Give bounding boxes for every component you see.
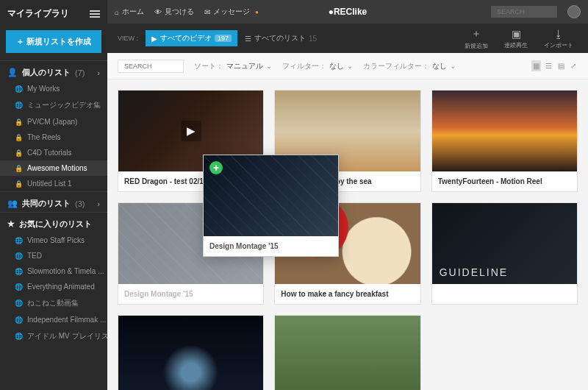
sidebar-section-personal[interactable]: 👤 個人のリスト (7) › [0,60,107,81]
globe-icon: 🌐 [15,268,23,275]
lock-icon: 🔒 [15,149,23,157]
sidebar-section-shared[interactable]: 👥 共同のリスト (3) › [0,191,107,212]
lock-icon: 🔒 [15,118,23,126]
notification-dot-icon: ● [255,9,259,15]
continuous-play-button[interactable]: ▣連続再生 [500,28,532,49]
play-overlay-icon[interactable]: ▶ [181,121,201,141]
sidebar-item[interactable]: 🌐Slowmotion & Timela ... [0,263,107,279]
view-all-videos[interactable]: ▶ すべてのビデオ 197 [146,30,237,46]
sidebar-item[interactable]: 🌐TED [0,248,107,263]
add-badge-icon: + [209,161,223,174]
add-button[interactable]: ＋新規追加 [460,27,492,50]
grid-view-icon[interactable]: ▦ [531,60,541,71]
home-icon: ⌂ [115,8,119,16]
sidebar-item[interactable]: 🌐Independent Filmmak ... [0,312,107,327]
grid-search-input[interactable] [118,60,184,73]
sidebar-item[interactable]: 🌐アイドル MV プレイリスト [0,327,107,345]
app-title: ●REClike [329,7,368,17]
color-filter-dropdown[interactable]: カラーフィルター： なし ⌄ [363,61,456,71]
topbar: ⌂ホーム 👁見つける ✉メッセージ● ●REClike [107,0,588,24]
sidebar-title: マイライブラリ [7,7,69,20]
drag-preview-card[interactable]: ↖ + Design Montage '15 [203,155,339,257]
sidebar-section-favorites[interactable]: ★ お気に入りのリスト [0,212,107,233]
sidebar-item[interactable]: 🔒PV/CM (Japan) [0,114,107,130]
sort-dropdown[interactable]: ソート： マニュアル ⌄ [194,61,272,71]
globe-icon: 🌐 [15,237,23,244]
sidebar: マイライブラリ ＋ 新規リストを作成 👤 個人のリスト (7) › 🌐My Wo… [0,0,107,390]
sidebar-item[interactable]: 🌐Everything Animated [0,279,107,294]
globe-icon: 🌐 [15,283,23,291]
expand-icon[interactable]: ⤢ [569,60,578,71]
sidebar-item[interactable]: 🔒C4D Tutorials [0,145,107,160]
compact-view-icon[interactable]: ▤ [556,60,566,71]
view-toggle: ▦ ☰ ▤ ⤢ [531,60,578,71]
nav-messages[interactable]: ✉メッセージ● [204,7,259,17]
video-thumb [275,316,420,390]
list-icon: ☰ [245,35,251,43]
video-card[interactable] [431,202,578,305]
hamburger-icon[interactable] [90,10,100,18]
nav-discover[interactable]: 👁見つける [154,7,194,17]
sidebar-item[interactable]: 🌐ねこねこ動画集 [0,294,107,312]
new-list-button[interactable]: ＋ 新規リストを作成 [6,30,101,53]
video-card[interactable] [118,315,264,390]
globe-icon: 🌐 [15,316,23,324]
mail-icon: ✉ [204,8,210,16]
chevron-down-icon: ⌄ [450,62,456,70]
globe-icon: 🌐 [15,252,23,260]
import-button[interactable]: ⭳インポート [539,28,578,49]
chevron-down-icon: ⌄ [347,62,353,70]
video-card[interactable] [274,315,420,390]
video-thumb [118,316,263,390]
globe-icon: 🌐 [15,85,23,93]
video-grid: ▶ RED Dragon - test 02/18 Cat in the tow… [118,90,578,390]
plus-icon: ＋ [471,27,481,40]
globe-icon: 🌐 [15,102,23,109]
download-icon: ⭳ [553,28,564,40]
viewbar: VIEW : ▶ すべてのビデオ 197 ☰ すべてのリスト 15 ＋新規追加 … [107,24,588,53]
filter-dropdown[interactable]: フィルター： なし ⌄ [282,61,353,71]
avatar[interactable] [567,5,581,18]
chevron-down-icon: ⌄ [266,62,272,70]
video-title: Design Montage '15 [118,284,263,304]
lock-icon: 🔒 [15,165,23,172]
globe-icon: 🌐 [15,299,23,307]
video-title: How to make a fancy breakfast [275,284,420,304]
view-all-lists[interactable]: ☰ すべてのリスト 15 [245,33,317,43]
user-icon: 👤 [7,68,18,77]
camera-icon: ▶ [151,35,157,43]
video-thumb [432,91,577,171]
video-title: TwentyFourteen - Motion Reel [432,171,577,191]
grid-wrap[interactable]: ▶ RED Dragon - test 02/18 Cat in the tow… [107,79,588,390]
sidebar-item[interactable]: 🔒Untitled List 1 [0,176,107,191]
list-view-icon[interactable]: ☰ [544,60,553,71]
nav-home[interactable]: ⌂ホーム [115,7,144,17]
sidebar-item[interactable]: 🌐ミュージックビデオ集 [0,96,107,114]
lock-icon: 🔒 [15,180,23,188]
star-icon: ★ [7,219,15,229]
lock-icon: 🔒 [15,134,23,141]
drag-thumb: ↖ + [204,155,338,236]
main: ⌂ホーム 👁見つける ✉メッセージ● ●REClike VIEW : ▶ すべて… [107,0,588,390]
video-thumb [432,203,577,284]
eye-icon: 👁 [154,8,162,16]
sidebar-header: マイライブラリ [0,0,107,27]
users-icon: 👥 [7,199,18,208]
play-icon: ▣ [512,28,521,40]
view-label: VIEW : [118,35,138,42]
sidebar-item-active[interactable]: 🔒Awesome Motions [0,160,107,176]
sidebar-item[interactable]: 🌐My Works [0,81,107,96]
chevron-right-icon: › [97,199,100,208]
drag-title: Design Montage '15 [204,236,338,256]
sidebar-item[interactable]: 🔒The Reels [0,130,107,145]
video-card[interactable]: TwentyFourteen - Motion Reel [431,90,578,192]
sidebar-item[interactable]: 🌐Vimeo Staff Picks [0,233,107,248]
search-input[interactable] [491,6,557,18]
chevron-right-icon: › [97,68,100,77]
globe-icon: 🌐 [15,333,23,340]
filterbar: ソート： マニュアル ⌄ フィルター： なし ⌄ カラーフィルター： なし ⌄ … [107,53,588,79]
cursor-arrow-icon: ↖ [204,156,213,168]
